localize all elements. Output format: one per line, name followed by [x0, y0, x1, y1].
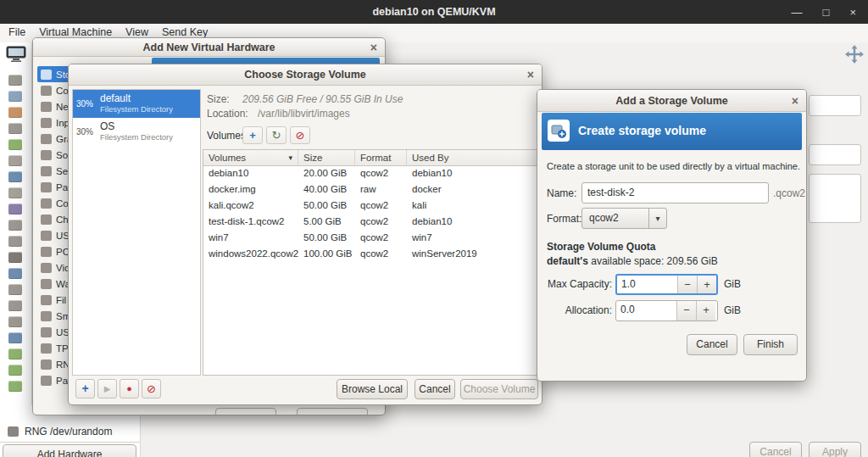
close-icon[interactable]: × — [527, 69, 534, 81]
hardware-type-icon — [41, 118, 52, 128]
pool-type: Filesystem Directory — [100, 105, 173, 114]
refresh-volumes-button[interactable]: ↻ — [266, 126, 287, 144]
hardware-row-rng[interactable]: RNG /dev/urandom — [0, 422, 140, 441]
column-header-used-by[interactable]: Used By — [407, 150, 541, 166]
delete-icon: ⊘ — [296, 129, 305, 142]
background-field[interactable] — [809, 95, 861, 116]
hardware-type-icon — [41, 376, 52, 386]
column-header-size[interactable]: Size — [298, 150, 355, 166]
stop-pool-button[interactable]: ● — [120, 379, 139, 398]
size-label: Size: — [207, 93, 230, 105]
max-capacity-stepper[interactable]: 1.0 − + — [615, 274, 718, 295]
close-icon[interactable]: × — [370, 42, 377, 53]
plus-icon[interactable]: + — [697, 276, 716, 293]
volume-row[interactable]: test-disk-1.qcow25.00 GiBqcow2debian10 — [203, 215, 541, 231]
cancel-button[interactable]: Cancel — [415, 379, 455, 399]
volume-cell: 40.00 GiB — [298, 182, 355, 198]
background-field[interactable] — [809, 144, 861, 165]
new-volume-icon — [548, 120, 570, 142]
hardware-list-panel — [0, 42, 32, 457]
pool-type: Filesystem Directory — [100, 133, 173, 142]
background-field[interactable] — [809, 174, 861, 223]
volume-row[interactable]: windows2022.qcow2100.00 GiBqcow2winServe… — [203, 247, 541, 263]
max-capacity-value[interactable]: 1.0 — [617, 276, 677, 293]
video-icon — [8, 332, 22, 343]
hardware-type-icon — [41, 70, 52, 80]
pool-item-default[interactable]: 30% default Filesystem Directory — [73, 90, 200, 118]
location-value: /var/lib/libvirt/images — [258, 108, 350, 120]
choose-volume-button[interactable]: Choose Volume — [460, 379, 538, 399]
volume-cell: qcow2 — [355, 231, 407, 247]
minimize-icon[interactable]: — — [792, 6, 803, 19]
volume-row[interactable]: debian1020.00 GiBqcow2debian10 — [203, 166, 541, 182]
dialog-title: Add New Virtual Hardware — [142, 42, 275, 53]
name-input[interactable]: test-disk-2 — [581, 182, 769, 203]
finish-button[interactable]: Finish — [743, 334, 798, 355]
hardware-type-icon — [41, 295, 52, 305]
volume-row[interactable]: win750.00 GiBqcow2win7 — [203, 231, 541, 247]
volume-cell: 50.00 GiB — [298, 198, 355, 215]
volume-row[interactable]: kali.qcow250.00 GiBqcow2kali — [203, 198, 541, 215]
pool-name: OS — [100, 121, 173, 133]
hardware-type-icon — [41, 198, 52, 209]
cancel-button[interactable]: Cancel — [687, 334, 737, 355]
volume-cell: debian10 — [407, 215, 541, 231]
details-cancel-button[interactable]: Cancel — [749, 442, 802, 457]
name-suffix: .qcow2 — [773, 187, 805, 199]
volumes-label: Volumes — [207, 130, 246, 142]
cpu-icon — [8, 123, 22, 134]
pool-usage: 30% — [76, 99, 97, 109]
format-label: Format: — [547, 213, 581, 225]
rng-icon — [8, 426, 19, 437]
dialog-title: Add a Storage Volume — [615, 95, 727, 107]
volume-cell: winServer2019 — [407, 247, 541, 263]
window-title: debian10 on QEMU/KVM — [372, 6, 495, 18]
choose-storage-volume-dialog: Choose Storage Volume × 30% default File… — [68, 64, 542, 405]
os-info-icon — [8, 91, 22, 102]
close-icon[interactable]: × — [792, 95, 798, 107]
move-cursor-icon — [844, 44, 865, 68]
column-header-format[interactable]: Format — [355, 150, 407, 166]
volume-cell: raw — [355, 182, 407, 198]
hardware-type-icon — [41, 359, 52, 370]
add-volume-button[interactable]: + — [242, 126, 263, 144]
finish-button[interactable] — [297, 408, 368, 415]
format-dropdown[interactable]: qcow2 ▾ — [581, 208, 667, 229]
column-header-volumes[interactable]: Volumes ▾ — [203, 150, 298, 166]
volume-cell: win7 — [407, 231, 541, 247]
allocation-stepper[interactable]: 0.0 − + — [615, 300, 718, 321]
volumes-table-header: Volumes ▾ Size Format Used By — [203, 150, 541, 166]
hardware-type-icon — [41, 327, 52, 337]
console-monitor-icon[interactable] — [6, 46, 26, 66]
minus-icon[interactable]: − — [677, 276, 697, 293]
add-hardware-button[interactable]: Add Hardware — [3, 444, 136, 457]
allocation-label: Allocation: — [537, 304, 612, 316]
delete-volume-button[interactable]: ⊘ — [290, 126, 310, 144]
cancel-button[interactable] — [215, 408, 276, 415]
hardware-icon-strip — [8, 75, 22, 392]
start-pool-button[interactable]: ▶ — [97, 379, 117, 398]
name-label: Name: — [547, 187, 576, 199]
pool-name: default — [100, 93, 173, 105]
menu-file[interactable]: File — [2, 24, 32, 42]
delete-pool-button[interactable]: ⊘ — [142, 379, 161, 398]
location-label: Location: — [207, 108, 248, 120]
maximize-icon[interactable]: □ — [823, 6, 830, 19]
hardware-type-icon — [41, 279, 52, 289]
hardware-type-icon — [41, 311, 52, 321]
add-pool-button[interactable]: + — [75, 379, 95, 398]
minus-icon[interactable]: − — [676, 301, 696, 320]
pool-item-os[interactable]: 30% OS Filesystem Directory — [73, 118, 200, 146]
volume-cell: kali.qcow2 — [203, 198, 298, 215]
details-apply-button[interactable]: Apply — [809, 442, 861, 457]
volume-row[interactable]: docker.img40.00 GiBrawdocker — [203, 182, 541, 198]
dialog-titlebar: Add New Virtual Hardware × — [33, 38, 385, 57]
dialog-title: Choose Storage Volume — [244, 69, 366, 81]
channel-icon — [8, 316, 22, 327]
allocation-value[interactable]: 0.0 — [616, 301, 676, 320]
browse-local-button[interactable]: Browse Local — [337, 379, 408, 399]
disk-icon — [8, 171, 22, 182]
plus-icon[interactable]: + — [696, 301, 715, 320]
close-icon[interactable]: × — [849, 6, 856, 19]
max-capacity-label: Max Capacity: — [537, 278, 612, 290]
